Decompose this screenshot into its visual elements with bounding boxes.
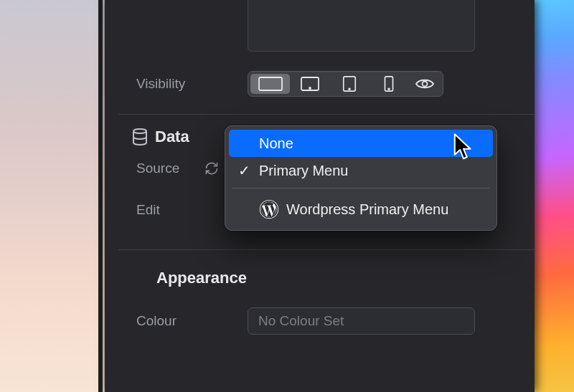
source-row: Source [136,161,219,176]
desktop-device-icon [258,77,283,91]
edit-label: Edit [136,202,160,218]
desktop-wallpaper-right [535,0,574,392]
source-dropdown: None ✓ Primary Menu Wordpress Primary Me… [225,125,497,231]
dropdown-item-label: Wordpress Primary Menu [286,201,448,218]
visibility-toggle-group [248,71,443,97]
colour-placeholder: No Colour Set [258,313,344,329]
dropdown-item-primary-menu[interactable]: ✓ Primary Menu [229,157,493,184]
panel-edge [98,0,103,392]
visibility-tablet-portrait[interactable] [329,74,369,94]
database-icon [132,128,148,145]
colour-row: Colour No Colour Set [136,307,475,335]
appearance-section-header: Appearance [156,269,247,287]
edit-row: Edit [136,202,160,218]
svg-rect-0 [259,77,282,90]
colour-field[interactable]: No Colour Set [248,307,475,335]
svg-point-2 [309,87,311,89]
dropdown-item-label: None [259,135,293,152]
tablet-landscape-icon [301,77,319,91]
svg-point-7 [422,82,427,87]
data-section-header: Data [132,128,189,146]
dropdown-item-label: Primary Menu [259,163,348,179]
appearance-section-title: Appearance [156,269,247,287]
phone-device-icon [384,76,394,92]
visibility-phone[interactable] [369,74,408,94]
section-divider [118,249,535,250]
refresh-icon[interactable] [204,161,219,176]
dropdown-item-none[interactable]: None [229,130,493,157]
colour-label: Colour [136,313,248,329]
visibility-preview[interactable] [408,74,441,94]
source-label: Source [136,161,204,176]
tablet-portrait-icon [342,76,357,92]
visibility-desktop[interactable] [250,74,290,94]
section-divider [118,114,535,115]
dropdown-item-wordpress-primary-menu[interactable]: Wordpress Primary Menu [229,192,493,226]
wordpress-icon [259,199,279,219]
checkmark-icon: ✓ [236,162,252,179]
data-section-title: Data [155,128,189,146]
visibility-label: Visibility [136,76,248,92]
dropdown-separator [232,188,490,188]
visibility-row: Visibility [136,71,443,97]
svg-point-8 [133,129,146,133]
svg-point-6 [388,88,390,90]
empty-content-well[interactable] [248,0,475,52]
visibility-tablet-landscape[interactable] [290,74,329,94]
svg-point-4 [349,88,350,90]
preview-eye-icon [415,77,434,90]
desktop-wallpaper-left [0,0,105,392]
